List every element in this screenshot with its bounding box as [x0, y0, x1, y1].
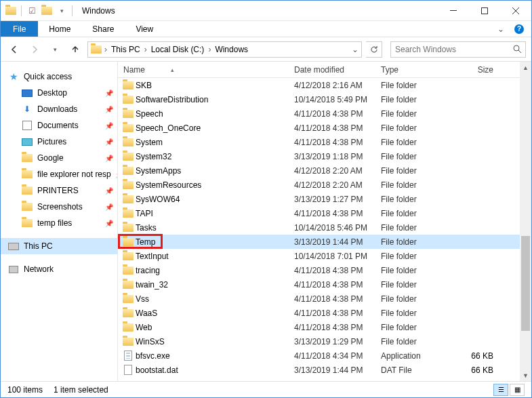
address-dropdown-icon[interactable]: ⌄ [350, 45, 360, 54]
sidebar-item-desktop[interactable]: Desktop📌 [1, 85, 117, 101]
sidebar-item-temp-files[interactable]: temp files📌 [1, 215, 117, 231]
chevron-right-icon[interactable]: › [207, 45, 212, 54]
view-icons-button[interactable]: ▦ [510, 384, 525, 396]
sidebar-item-pictures[interactable]: Pictures📌 [1, 134, 117, 150]
breadcrumb-this-pc[interactable]: This PC [108, 45, 143, 54]
file-date: 3/13/2019 1:27 PM [294, 195, 381, 204]
up-button[interactable] [67, 41, 83, 58]
sidebar-item-label: Screenshots [37, 202, 83, 212]
file-type: File folder [381, 280, 457, 290]
file-row[interactable]: Vss4/11/2018 4:38 PMFile folder [118, 292, 520, 306]
file-name: SystemApps [136, 166, 294, 176]
file-row[interactable]: TextInput10/14/2018 7:01 PMFile folder [118, 249, 520, 263]
file-row[interactable]: System4/11/2018 4:38 PMFile folder [118, 135, 520, 149]
file-row[interactable]: SystemResources4/12/2018 2:20 AMFile fol… [118, 178, 520, 192]
file-row[interactable]: Tasks10/14/2018 5:46 PMFile folder [118, 220, 520, 235]
sidebar-network[interactable]: Network [1, 261, 117, 277]
scroll-up-icon[interactable]: ▲ [520, 62, 531, 73]
file-row[interactable]: System323/13/2019 1:18 PMFile folder [118, 149, 520, 163]
forward-button[interactable] [26, 41, 43, 58]
title-bar: ☑ ▾ Windows [1, 1, 531, 21]
minimize-button[interactable] [438, 1, 469, 21]
file-row[interactable]: SoftwareDistribution10/14/2018 5:49 PMFi… [118, 92, 520, 106]
file-date: 4/11/2018 4:38 PM [294, 209, 381, 218]
file-row[interactable]: Speech_OneCore4/11/2018 4:38 PMFile fold… [118, 121, 520, 135]
scroll-down-icon[interactable]: ▼ [520, 370, 531, 381]
file-row[interactable]: twain_324/11/2018 4:38 PMFile folder [118, 277, 520, 292]
sidebar-item-google[interactable]: Google📌 [1, 150, 117, 166]
search-input[interactable] [391, 45, 509, 54]
address-bar[interactable]: › This PC › Local Disk (C:) › Windows ⌄ [87, 41, 362, 58]
chevron-right-icon[interactable]: › [143, 45, 148, 54]
qat-dropdown-icon[interactable]: ▾ [56, 5, 68, 17]
file-row[interactable]: bootstat.dat3/13/2019 1:44 PMDAT File66 … [118, 363, 520, 377]
column-header-name[interactable]: Name▴ [121, 65, 294, 75]
scroll-thumb[interactable] [521, 236, 530, 331]
file-type: File folder [381, 252, 457, 261]
tab-view[interactable]: View [125, 21, 164, 37]
vertical-scrollbar[interactable]: ▲ ▼ [520, 62, 531, 381]
folder-icon [21, 153, 33, 163]
file-name: Speech [136, 109, 294, 119]
sidebar-quick-access[interactable]: ★ Quick access [1, 68, 117, 85]
file-name: Tasks [136, 223, 294, 233]
file-row[interactable]: WaaS4/11/2018 4:38 PMFile folder [118, 306, 520, 320]
recent-dropdown-icon[interactable]: ▾ [47, 41, 63, 58]
folder-icon [21, 201, 33, 212]
qat-new-folder-icon[interactable] [41, 5, 53, 17]
file-icon [121, 365, 136, 375]
ribbon-expand-icon[interactable]: ⌄ [491, 21, 511, 37]
file-date: 4/11/2018 4:38 PM [294, 266, 381, 275]
file-name: bootstat.dat [136, 365, 294, 375]
maximize-button[interactable] [469, 1, 500, 21]
pin-icon: 📌 [105, 106, 113, 113]
back-button[interactable] [6, 41, 22, 58]
search-box[interactable] [390, 41, 526, 58]
file-row[interactable]: bfsvc.exe4/11/2018 4:34 PMApplication66 … [118, 349, 520, 363]
breadcrumb-windows[interactable]: Windows [212, 45, 251, 54]
folder-icon [121, 338, 136, 346]
sidebar-item-downloads[interactable]: ⬇Downloads📌 [1, 101, 117, 117]
help-icon[interactable]: ? [511, 21, 527, 37]
pin-icon: 📌 [105, 89, 113, 97]
file-row[interactable]: SKB4/12/2018 2:16 AMFile folder [118, 78, 520, 92]
sidebar-item-printers[interactable]: PRINTERS📌 [1, 182, 117, 199]
tab-file[interactable]: File [1, 21, 38, 37]
app-icon [121, 351, 136, 361]
file-row[interactable]: Temp3/13/2019 1:44 PMFile folder [118, 235, 520, 249]
column-header-date[interactable]: Date modified [294, 65, 381, 75]
sidebar-item-screenshots[interactable]: Screenshots📌 [1, 199, 117, 215]
pin-icon: 📌 [105, 187, 113, 195]
file-date: 3/13/2019 1:44 PM [294, 237, 381, 247]
file-row[interactable]: SysWOW643/13/2019 1:27 PMFile folder [118, 192, 520, 206]
view-details-button[interactable]: ☰ [493, 384, 508, 396]
tab-home[interactable]: Home [38, 21, 81, 37]
scroll-track[interactable] [520, 73, 531, 370]
sidebar-this-pc[interactable]: This PC [1, 238, 117, 254]
column-header-type[interactable]: Type [381, 65, 457, 75]
pin-icon: 📌 [105, 122, 113, 130]
search-icon[interactable] [509, 45, 525, 54]
close-button[interactable] [500, 1, 531, 21]
file-type: File folder [381, 166, 457, 176]
refresh-button[interactable] [366, 41, 382, 58]
file-date: 3/13/2019 1:29 PM [294, 337, 381, 346]
column-header-size[interactable]: Size [457, 65, 497, 75]
file-row[interactable]: TAPI4/11/2018 4:38 PMFile folder [118, 206, 520, 220]
file-row[interactable]: Speech4/11/2018 4:38 PMFile folder [118, 106, 520, 121]
breadcrumb-local-disk[interactable]: Local Disk (C:) [148, 45, 207, 54]
file-row[interactable]: Web4/11/2018 4:38 PMFile folder [118, 320, 520, 334]
folder-icon [5, 5, 17, 17]
file-name: TAPI [136, 209, 294, 218]
file-row[interactable]: tracing4/11/2018 4:38 PMFile folder [118, 263, 520, 277]
sidebar-item-file-explorer-not-resp[interactable]: file explorer not resp📌 [1, 166, 117, 182]
sidebar-item-label: PRINTERS [37, 186, 79, 195]
qat-properties-icon[interactable]: ☑ [26, 5, 38, 17]
file-row[interactable]: SystemApps4/12/2018 2:20 AMFile folder [118, 163, 520, 178]
sidebar-item-label: file explorer not resp [37, 170, 111, 179]
chevron-right-icon[interactable]: › [103, 45, 108, 54]
tab-share[interactable]: Share [81, 21, 125, 37]
network-icon [7, 264, 20, 275]
sidebar-item-documents[interactable]: Documents📌 [1, 117, 117, 134]
file-row[interactable]: WinSxS3/13/2019 1:29 PMFile folder [118, 334, 520, 349]
